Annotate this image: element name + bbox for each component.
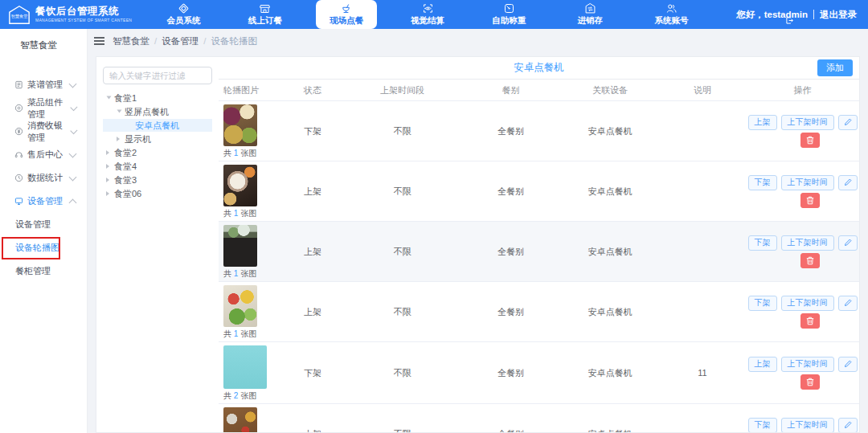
main-area: 智慧食堂/设备管理/设备轮播图 食堂1竖屏点餐机安卓点餐机显示机食堂2食堂4食堂…: [88, 29, 868, 433]
delete-button[interactable]: [800, 133, 820, 148]
table-body: 共 1 张图 下架 不限 全餐别 安卓点餐机 上架 上下架时间 共 1 张图 上…: [219, 101, 859, 433]
toggle-shelf-button[interactable]: 下架: [748, 296, 777, 311]
toggle-shelf-button[interactable]: 下架: [748, 175, 777, 190]
status-value: 上架: [281, 186, 344, 198]
edit-button[interactable]: [838, 235, 858, 251]
tree-node[interactable]: 食堂1: [103, 92, 212, 104]
sidebar-item[interactable]: 菜品组件管理: [0, 96, 87, 120]
schedule-button[interactable]: 上下架时间: [781, 115, 834, 130]
nav-account[interactable]: 系统账号: [641, 0, 702, 29]
tree-node-label: 食堂4: [114, 161, 137, 173]
edit-pencil-icon: [844, 360, 852, 368]
carousel-image[interactable]: [223, 407, 257, 433]
breadcrumb-item[interactable]: 设备管理: [162, 36, 199, 46]
edit-button[interactable]: [838, 357, 858, 372]
tree-node[interactable]: 食堂4: [103, 160, 212, 173]
schedule-button[interactable]: 上下架时间: [781, 175, 834, 190]
tree-node-label: 食堂2: [114, 147, 137, 159]
tree-node[interactable]: 食堂06: [103, 187, 212, 200]
breadcrumb-item[interactable]: 智慧食堂: [113, 36, 149, 46]
nav-label: 系统账号: [655, 15, 689, 27]
time-range-value: 不限: [344, 428, 461, 433]
online-order-icon: [259, 2, 271, 14]
edit-button[interactable]: [838, 296, 858, 311]
nav-weigh[interactable]: 自助称重: [478, 0, 539, 29]
nav-label: 进销存: [578, 15, 604, 27]
nav-label: 会员系统: [167, 15, 201, 27]
trash-icon: [806, 136, 814, 145]
tree-node[interactable]: 食堂3: [103, 174, 212, 186]
carousel-image[interactable]: [223, 345, 267, 389]
schedule-button[interactable]: 上下架时间: [781, 235, 834, 251]
breadcrumb-item[interactable]: 设备轮播图: [211, 36, 257, 46]
tree-node[interactable]: 竖屏点餐机: [103, 105, 212, 118]
carousel-image[interactable]: [223, 104, 257, 146]
image-count: 共 1 张图: [223, 268, 281, 280]
tree-search-input[interactable]: [103, 67, 212, 84]
onsite-order-icon: [340, 2, 352, 14]
self-weigh-icon: [503, 2, 515, 14]
caret-icon: [117, 137, 122, 141]
add-button[interactable]: 添加: [817, 59, 853, 76]
app-logo: 智慧食堂 餐饮后台管理系统 MANAGEMENT SYSTEM OF SMART…: [0, 0, 143, 29]
sidebar-item[interactable]: 售后中心: [0, 143, 87, 166]
sidebar-item-label: 数据统计: [27, 172, 63, 184]
toggle-shelf-button[interactable]: 上架: [748, 115, 777, 130]
edit-button[interactable]: [838, 175, 858, 190]
image-count: 共 1 张图: [223, 329, 281, 340]
time-range-value: 不限: [344, 367, 461, 379]
collapse-menu-icon[interactable]: [94, 37, 104, 45]
tree-node[interactable]: 安卓点餐机: [103, 119, 212, 132]
schedule-button[interactable]: 上下架时间: [781, 418, 834, 433]
schedule-button[interactable]: 上下架时间: [781, 296, 834, 311]
sidebar-item[interactable]: 菜谱管理: [0, 73, 87, 96]
toggle-shelf-button[interactable]: 下架: [748, 418, 777, 433]
schedule-button[interactable]: 上下架时间: [781, 357, 834, 372]
trash-icon: [806, 256, 814, 265]
tree-node[interactable]: 食堂2: [103, 146, 212, 159]
delete-button[interactable]: [800, 193, 820, 208]
sidebar-item[interactable]: 设备管理: [0, 190, 87, 213]
column-header: 说明: [659, 84, 746, 96]
status-value: 上架: [281, 428, 344, 433]
sidebar-item[interactable]: 数据统计: [0, 166, 87, 190]
nav-onsite[interactable]: 现场点餐: [316, 0, 377, 29]
delete-button[interactable]: [800, 253, 820, 268]
sidebar-item[interactable]: 消费收银管理: [0, 120, 87, 143]
edit-pencil-icon: [844, 299, 852, 307]
toggle-shelf-button[interactable]: 上架: [748, 357, 777, 372]
image-count: 共 2 张图: [223, 390, 281, 402]
column-header: 轮播图片: [219, 84, 281, 96]
nav-online[interactable]: 线上订餐: [235, 0, 296, 29]
edit-pencil-icon: [844, 178, 852, 186]
sidebar-item-label: 菜谱管理: [27, 79, 63, 91]
logout-icon[interactable]: [786, 17, 793, 24]
delete-button[interactable]: [800, 374, 820, 390]
nav-member[interactable]: 会员系统: [154, 0, 215, 29]
nav-visual[interactable]: 视觉结算: [397, 0, 458, 29]
linked-device-value: 安卓点餐机: [561, 428, 659, 433]
nav-label: 视觉结算: [411, 15, 444, 27]
meal-type-value: 全餐别: [461, 186, 561, 198]
column-header: 餐别: [461, 84, 561, 96]
sidebar-subitem[interactable]: 餐柜管理: [0, 259, 87, 283]
edit-button[interactable]: [838, 418, 858, 433]
sidebar-item-label: 售后中心: [27, 149, 63, 161]
toggle-shelf-button[interactable]: 下架: [748, 235, 777, 251]
logout-link[interactable]: 退出登录: [820, 9, 857, 21]
inventory-icon: [584, 2, 596, 14]
carousel-image[interactable]: [223, 225, 257, 267]
chevron-icon: [70, 127, 77, 134]
edit-button[interactable]: [838, 115, 858, 130]
delete-button[interactable]: [800, 313, 820, 329]
sidebar-menu: 菜谱管理 菜品组件管理 消费收银管理 售后中心 数据统计 设备管理 设备管理 设…: [0, 73, 87, 283]
visual-settle-icon: [422, 2, 434, 14]
sidebar-subitem[interactable]: 设备管理: [0, 213, 87, 236]
carousel-table-panel: 安卓点餐机 添加 轮播图片状态上架时间段餐别关联设备说明操作 共 1 张图 下架…: [219, 57, 859, 432]
tree-node[interactable]: 显示机: [103, 133, 212, 145]
carousel-image[interactable]: [223, 165, 257, 206]
nav-inventory[interactable]: 进销存: [559, 0, 620, 29]
sidebar-subitem[interactable]: 设备轮播图: [0, 236, 87, 259]
carousel-image[interactable]: [223, 285, 257, 327]
status-value: 上架: [281, 246, 344, 258]
